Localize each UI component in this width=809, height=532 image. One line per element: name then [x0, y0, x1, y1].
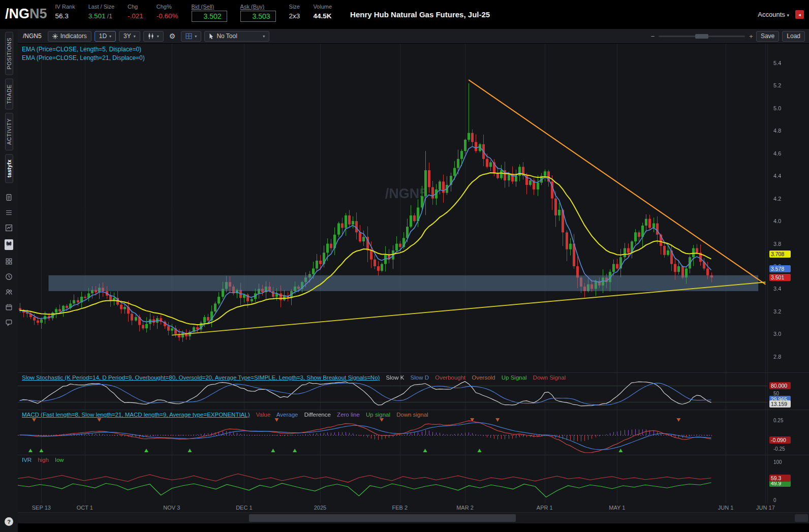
collapse-header-button[interactable]: ◂ [795, 10, 804, 19]
clock-icon[interactable] [5, 273, 13, 280]
stat-last-size: Last / Size 3.501 /1 [88, 0, 114, 29]
instrument-title: Henry Hub Natural Gas Futures, Jul-25 [350, 10, 490, 19]
axis-value-tag: 59.3 [769, 475, 791, 482]
zoom-in-button[interactable]: + [749, 33, 753, 40]
calendar-icon[interactable] [5, 303, 13, 311]
load-button[interactable]: Load [782, 31, 805, 42]
chevron-down-icon: ▾ [109, 34, 111, 39]
x-axis-label: APR 1 [537, 505, 553, 511]
grid-icon [185, 33, 192, 39]
macd-legend: MACD (Fast length=8, Slow length=21, MAC… [22, 411, 433, 419]
stat-ask: Ask (Buy) 3.503 [240, 0, 276, 29]
stat-iv-rank: IV Rank 56.3 [55, 0, 75, 29]
candlestick-chart-icon[interactable] [5, 239, 13, 250]
document-icon[interactable] [5, 194, 13, 201]
indicators-icon [52, 34, 58, 39]
range-dropdown[interactable]: 3Y ▾ [119, 31, 140, 42]
symbol-title: /NGN5 [0, 0, 55, 29]
chart-area: EMA (Price=CLOSE, Length=5, Displace=0) … [18, 44, 809, 504]
scrollbar-handle[interactable] [249, 514, 516, 522]
line-chart-icon[interactable] [5, 224, 13, 232]
axis-value-tag: 3.578 [769, 265, 791, 272]
stochastic-legend: Slow Stochastic (K Period=14, D Period=9… [22, 373, 570, 382]
zoom-control: − + [651, 33, 753, 40]
axis-value-tag: 3.708 [769, 251, 791, 258]
settings-gear-icon[interactable]: ⚙ [167, 32, 178, 40]
list-icon[interactable] [5, 209, 13, 216]
symbol-contract: N5 [29, 6, 47, 21]
x-axis-label: MAR 2 [456, 505, 474, 511]
x-axis-label: JUN 17 [756, 505, 775, 511]
stochastic-study-label[interactable]: Slow Stochastic (K Period=14, D Period=9… [22, 374, 380, 381]
timeframe-dropdown[interactable]: 1D ▾ [95, 31, 116, 42]
ask-button[interactable]: 3.503 [240, 11, 276, 22]
price-studies-legend: EMA (Price=CLOSE, Length=5, Displace=0) … [22, 45, 145, 62]
indicators-button[interactable]: Indicators [48, 31, 91, 42]
sidebar-tab-tastyfx[interactable]: tastyfx [5, 154, 13, 183]
left-sidebar: POSITIONS TRADE ACTIVITY tastyfx ? [0, 29, 18, 532]
chart-type-icon [148, 33, 154, 39]
ivr-legend: IVR high low [22, 456, 69, 464]
macd-study-label[interactable]: MACD (Fast length=8, Slow length=21, MAC… [22, 412, 250, 418]
grid-layout-dropdown[interactable]: ▾ [181, 31, 201, 42]
chevron-down-icon: ▾ [134, 34, 136, 39]
macd-panel: MACD (Fast length=8, Slow length=21, MAC… [18, 410, 809, 455]
stochastic-panel: Slow Stochastic (K Period=14, D Period=9… [18, 373, 809, 410]
sidebar-tab-positions[interactable]: POSITIONS [5, 32, 13, 75]
x-axis-label: MAY 1 [609, 505, 625, 511]
x-axis-label: JUN 1 [718, 505, 734, 511]
stat-size: Size 2x3 [289, 0, 300, 29]
price-chart-canvas[interactable] [18, 44, 809, 372]
save-button[interactable]: Save [756, 31, 779, 42]
scrollbar-corner[interactable] [795, 514, 808, 522]
x-axis-label: SEP 13 [32, 505, 51, 511]
stat-bid: Bid (Sell) 3.502 [192, 0, 227, 29]
axis-value-tag: 3.501 [769, 274, 791, 281]
cursor-icon [209, 33, 214, 39]
x-axis-label: OCT 1 [77, 505, 93, 511]
chart-type-dropdown[interactable]: ▾ [143, 31, 164, 42]
stat-chg-pct: Chg% -0.60% [157, 0, 178, 29]
axis-value-tag: 13.159 [769, 400, 791, 408]
sidebar-tab-trade[interactable]: TRADE [5, 79, 13, 110]
chevron-down-icon: ▾ [157, 34, 159, 39]
x-axis-label: DEC 1 [236, 505, 252, 511]
sidebar-tab-activity[interactable]: ACTIVITY [5, 113, 13, 150]
ema5-study-label[interactable]: EMA (Price=CLOSE, Length=5, Displace=0) [22, 45, 145, 54]
zoom-slider-handle[interactable] [695, 34, 708, 39]
x-axis-label: FEB 2 [392, 505, 408, 511]
x-axis-label: 2025 [314, 505, 326, 511]
drawing-tool-dropdown[interactable]: No Tool ▾ [204, 31, 269, 42]
chevron-down-icon: ▾ [787, 13, 789, 18]
time-axis: SEP 13OCT 1NOV 3DEC 12025FEB 2MAR 2APR 1… [18, 504, 809, 512]
time-scrollbar[interactable] [18, 512, 809, 523]
help-icon[interactable]: ? [5, 517, 13, 526]
axis-value-tag: 80.000 [769, 382, 791, 389]
axis-value-tag: -0.090 [769, 436, 791, 444]
quote-header: /NGN5 IV Rank 56.3 Last / Size 3.501 /1 … [0, 0, 809, 29]
grid-layout-icon[interactable] [5, 258, 13, 265]
ivr-study-label[interactable]: IVR [22, 457, 32, 463]
chat-icon[interactable] [5, 319, 13, 326]
chevron-down-icon: ▾ [195, 34, 197, 39]
zoom-out-button[interactable]: − [651, 33, 655, 40]
chevron-down-icon: ▾ [263, 34, 265, 39]
zoom-slider[interactable] [659, 36, 745, 37]
x-axis-label: NOV 3 [163, 505, 180, 511]
bid-button[interactable]: 3.502 [192, 11, 227, 22]
people-icon[interactable] [5, 288, 13, 296]
ivr-canvas[interactable] [18, 455, 809, 504]
stat-volume: Volume 44.5K [313, 0, 332, 29]
price-chart-panel: EMA (Price=CLOSE, Length=5, Displace=0) … [18, 44, 809, 372]
ema21-study-label[interactable]: EMA (Price=CLOSE, Length=21, Displace=0) [22, 54, 145, 62]
accounts-dropdown[interactable]: Accounts ▾ [758, 11, 789, 18]
stat-chg: Chg -.021 [128, 0, 143, 29]
chart-toolbar: /NGN5 Indicators 1D ▾ 3Y ▾ ▾ ⚙ ▾ [18, 29, 809, 44]
chart-symbol-input[interactable]: /NGN5 [22, 33, 45, 40]
ivr-panel: IVR high low 49.959.3 [18, 455, 809, 504]
symbol-root: /NG [5, 6, 29, 21]
